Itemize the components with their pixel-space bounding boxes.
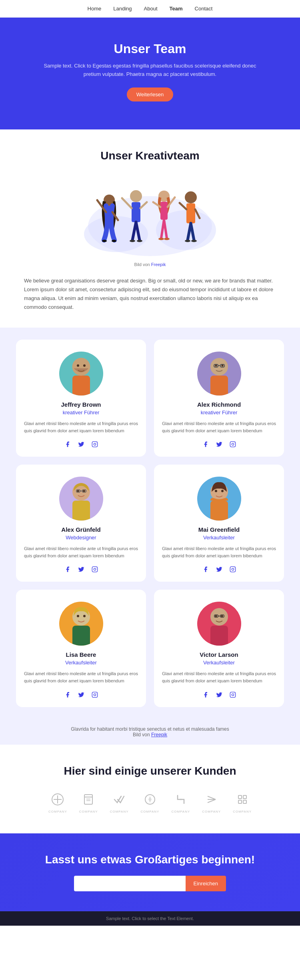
svg-point-48 — [221, 364, 223, 366]
social-icons — [24, 690, 138, 699]
logo-icon — [173, 791, 189, 807]
instagram-icon[interactable] — [90, 440, 99, 449]
cta-section: Lasst uns etwas Großartiges beginnen! Ei… — [0, 833, 300, 911]
member-role: Verkaufsleiter — [162, 660, 276, 666]
logos-row: COMPANY COMPANY COMPANY COMPANY COMPANY … — [16, 791, 284, 813]
nav-landing[interactable]: Landing — [113, 6, 132, 12]
social-icons — [162, 690, 276, 699]
social-icons — [24, 565, 138, 574]
logo-label: COMPANY — [141, 810, 160, 813]
team-footer-text: Glavrida for habitant morbi tristique se… — [7, 726, 293, 732]
twitter-icon[interactable] — [77, 440, 86, 449]
social-icons — [162, 440, 276, 449]
svg-point-78 — [221, 615, 223, 617]
member-role: kreativer Führer — [24, 409, 138, 415]
svg-rect-67 — [72, 626, 90, 646]
kreativ-description: We believe great organisations deserve g… — [24, 268, 276, 320]
svg-point-77 — [215, 615, 217, 617]
cta-title: Lasst uns etwas Großartiges beginnen! — [16, 853, 284, 866]
twitter-icon[interactable] — [77, 565, 86, 574]
svg-rect-36 — [72, 376, 90, 396]
svg-point-63 — [221, 490, 224, 492]
member-role: kreativer Führer — [162, 409, 276, 415]
facebook-icon[interactable] — [63, 690, 72, 699]
avatar — [197, 477, 241, 521]
facebook-icon[interactable] — [201, 690, 210, 699]
cta-submit-button[interactable]: Einreichen — [186, 876, 226, 891]
nav-about[interactable]: About — [144, 6, 158, 12]
hero-button[interactable]: Weiterlesen — [127, 87, 173, 101]
svg-point-27 — [185, 191, 197, 203]
nav-home[interactable]: Home — [88, 6, 102, 12]
instagram-icon[interactable] — [228, 440, 237, 449]
freepik-link[interactable]: Freepik — [151, 262, 166, 267]
twitter-icon[interactable] — [215, 565, 224, 574]
instagram-icon[interactable] — [228, 690, 237, 699]
logo-label: COMPANY — [202, 810, 221, 813]
kreativ-section: Unser Kreativteam — [0, 129, 300, 328]
svg-point-57 — [83, 490, 85, 492]
svg-point-69 — [83, 615, 86, 617]
svg-point-25 — [158, 238, 164, 240]
logo-label: COMPANY — [48, 810, 67, 813]
team-card: Alex Grünfeld Webdesigner Glavi amet rit… — [16, 465, 146, 582]
member-name: Alex Richmond — [162, 401, 276, 408]
svg-rect-40 — [92, 441, 97, 447]
facebook-icon[interactable] — [63, 565, 72, 574]
svg-point-56 — [77, 490, 79, 492]
logo-item: COMPANY — [79, 791, 98, 813]
facebook-icon[interactable] — [63, 440, 72, 449]
logo-label: COMPANY — [171, 810, 190, 813]
team-illustration — [82, 174, 218, 260]
svg-point-11 — [130, 190, 142, 202]
twitter-icon[interactable] — [77, 690, 86, 699]
svg-point-62 — [215, 490, 217, 492]
twitter-icon[interactable] — [215, 440, 224, 449]
avatar — [59, 352, 103, 396]
freepik-link-2[interactable]: Freepik — [151, 732, 167, 737]
avatar — [59, 477, 103, 521]
svg-point-39 — [83, 364, 86, 367]
member-name: Victor Larson — [162, 651, 276, 658]
member-description: Glavi amet ritnisl libero molestie ante … — [162, 545, 276, 559]
nav-contact[interactable]: Contact — [195, 6, 213, 12]
twitter-icon[interactable] — [215, 690, 224, 699]
nav-team[interactable]: Team — [170, 6, 183, 12]
avatar — [197, 352, 241, 396]
avatar — [197, 602, 241, 646]
team-card: Jeffrey Brown kreativer Führer Glavi ame… — [16, 340, 146, 457]
svg-point-17 — [130, 240, 135, 242]
logo-item: COMPANY — [141, 791, 160, 813]
logo-item: COMPANY — [110, 791, 129, 813]
member-name: Alex Grünfeld — [24, 526, 138, 533]
svg-point-18 — [137, 240, 142, 242]
logo-item: COMPANY — [48, 791, 67, 813]
svg-point-34 — [191, 240, 197, 242]
svg-rect-43 — [210, 376, 228, 396]
team-section-footer: Glavrida for habitant morbi tristique se… — [0, 719, 300, 745]
illustration-caption: Bild von Freepik — [24, 262, 276, 267]
clients-section: Hier sind einige unserer Kunden COMPANY … — [0, 745, 300, 833]
instagram-icon[interactable] — [90, 565, 99, 574]
cta-email-input[interactable] — [74, 876, 186, 891]
facebook-icon[interactable] — [201, 565, 210, 574]
instagram-icon[interactable] — [228, 565, 237, 574]
logo-item: COMPANY — [233, 791, 252, 813]
kreativ-title: Unser Kreativteam — [24, 149, 276, 162]
clients-title: Hier sind einige unserer Kunden — [16, 765, 284, 777]
avatar — [59, 602, 103, 646]
member-role: Verkaufsleiter — [162, 535, 276, 541]
svg-point-42 — [210, 358, 228, 376]
navigation: Home Landing About Team Contact — [0, 0, 300, 18]
svg-rect-20 — [160, 202, 168, 220]
bottom-bar: Sample text. Click to select the Text El… — [0, 911, 300, 926]
svg-line-91 — [208, 799, 216, 803]
facebook-icon[interactable] — [201, 440, 210, 449]
logo-label: COMPANY — [233, 810, 252, 813]
team-card: Alex Richmond kreativer Führer Glavi ame… — [154, 340, 284, 457]
svg-rect-64 — [230, 567, 235, 572]
hero-title: Unser Team — [40, 42, 260, 56]
svg-rect-84 — [84, 795, 92, 804]
svg-rect-70 — [92, 692, 97, 697]
instagram-icon[interactable] — [90, 690, 99, 699]
